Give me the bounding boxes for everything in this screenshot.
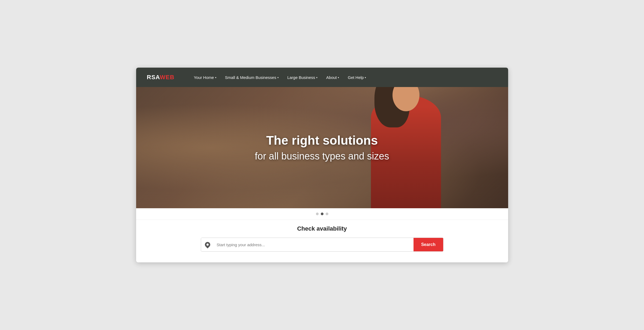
nav-item-smb[interactable]: Small & Medium Businesses ▾ <box>222 73 282 82</box>
nav-link-smb[interactable]: Small & Medium Businesses ▾ <box>222 73 282 82</box>
address-search-bar: Search <box>201 238 443 252</box>
nav-item-about[interactable]: About ▾ <box>323 73 342 82</box>
nav-link-your-home[interactable]: Your Home ▾ <box>191 73 220 82</box>
browser-window: RSAWEB Your Home ▾ Small & Medium Busine… <box>136 68 508 262</box>
search-button[interactable]: Search <box>414 238 443 251</box>
location-pin-icon <box>204 241 211 248</box>
nav-link-get-help[interactable]: Get Help ▾ <box>345 73 369 82</box>
hero-banner: The right solutions for all business typ… <box>136 87 508 208</box>
address-search-input[interactable] <box>214 238 414 251</box>
nav-link-large-business[interactable]: Large Business ▾ <box>284 73 321 82</box>
nav-item-get-help[interactable]: Get Help ▾ <box>345 73 369 82</box>
nav-item-your-home[interactable]: Your Home ▾ <box>191 73 220 82</box>
availability-section: Check availability Search <box>136 220 508 262</box>
chevron-down-icon: ▾ <box>215 76 216 79</box>
logo-web: WEB <box>160 74 174 81</box>
logo-rsa: RSA <box>147 74 160 81</box>
chevron-down-icon: ▾ <box>338 76 339 79</box>
site-logo[interactable]: RSAWEB <box>147 74 175 81</box>
nav-item-large-business[interactable]: Large Business ▾ <box>284 73 321 82</box>
availability-title: Check availability <box>147 225 497 232</box>
chevron-down-icon: ▾ <box>316 76 318 79</box>
hero-text-block: The right solutions for all business typ… <box>228 133 416 162</box>
carousel-dot-3[interactable] <box>326 213 328 215</box>
chevron-down-icon: ▾ <box>277 76 279 79</box>
nav-link-about[interactable]: About ▾ <box>323 73 342 82</box>
nav-links: Your Home ▾ Small & Medium Businesses ▾ … <box>191 73 369 82</box>
carousel-dot-1[interactable] <box>316 213 319 215</box>
hero-subheadline: for all business types and sizes <box>228 151 416 162</box>
carousel-dots <box>136 208 508 220</box>
pin-icon-wrap <box>201 238 214 251</box>
navigation-bar: RSAWEB Your Home ▾ Small & Medium Busine… <box>136 68 508 87</box>
hero-headline: The right solutions <box>228 133 416 148</box>
chevron-down-icon: ▾ <box>365 76 366 79</box>
carousel-dot-2[interactable] <box>321 213 323 215</box>
